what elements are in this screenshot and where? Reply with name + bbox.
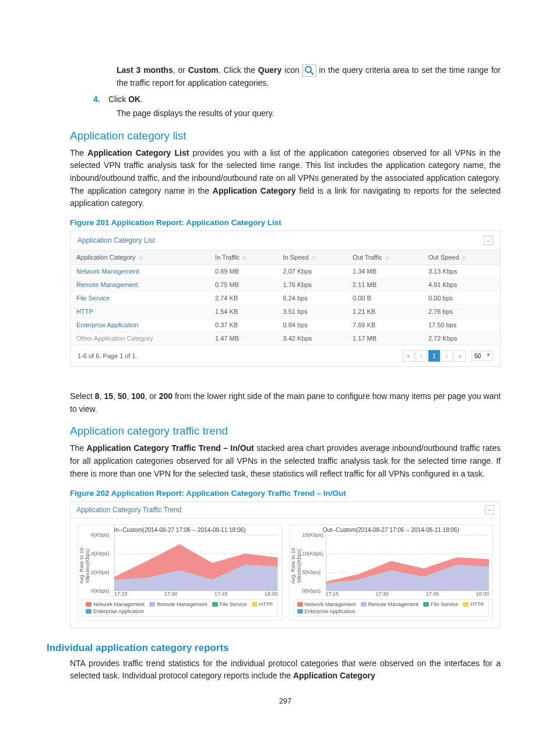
value-cell: 1.21 KB: [347, 305, 423, 318]
category-cell[interactable]: HTTP: [71, 305, 209, 318]
value-cell: 4.91 Kbps: [423, 278, 500, 292]
value-cell: 17.50 bps: [423, 318, 500, 332]
step-4-sub: The page displays the results of your qu…: [117, 107, 501, 120]
value-cell: 6.24 bps: [277, 292, 347, 305]
x-tick: 17:30: [164, 591, 178, 597]
legend-item: Remote Management: [149, 601, 207, 607]
x-tick: 17:15: [114, 591, 128, 597]
intro-line: Last 3 months, or Custom. Click the Quer…: [117, 64, 501, 90]
legend-out: Network ManagementRemote ManagementFile …: [293, 599, 490, 617]
y-tick: 2(Kbps): [91, 569, 110, 575]
value-cell: 0.84 bps: [277, 318, 347, 332]
heading-traffic-trend: Application category traffic trend: [70, 425, 501, 438]
table-row: Enterprise Application0.37 KB0.84 bps7.6…: [71, 318, 500, 332]
pager-current[interactable]: 1: [428, 350, 440, 362]
column-header[interactable]: Out Speed ◇: [423, 250, 500, 265]
legend-item: HTTP: [463, 601, 484, 607]
category-cell[interactable]: File Service: [71, 292, 209, 305]
collapse-button[interactable]: –: [485, 505, 494, 514]
legend-swatch: [86, 609, 92, 614]
legend-swatch: [423, 602, 429, 607]
page-number: 297: [70, 696, 501, 705]
legend-item: File Service: [212, 601, 247, 607]
x-tick: 18:00: [476, 591, 489, 597]
panel-title-trend: Application Category Traffic Trend: [76, 506, 182, 514]
step-number: 4.: [93, 94, 108, 104]
heading-app-category-list: Application category list: [70, 130, 501, 142]
legend-swatch: [252, 602, 258, 607]
pager-summary: 1-6 of 6. Page 1 of 1.: [78, 352, 138, 359]
figure-202-panel: Application Category Traffic Trend – In-…: [70, 501, 501, 628]
pager-last[interactable]: »: [454, 350, 466, 362]
query-icon: [302, 64, 316, 77]
page-size-select[interactable]: 81550100200: [471, 351, 493, 361]
legend-swatch: [86, 602, 92, 607]
value-cell: 1.76 Kbps: [277, 278, 347, 292]
chart-out: Out--Custom(2014-08-27 17:06 -- 2014-08-…: [289, 524, 494, 621]
table-row: File Service2.74 KB6.24 bps0.00 B0.00 bp…: [71, 292, 500, 305]
figure-201-panel: Application Category List – Application …: [70, 230, 501, 367]
value-cell: 1.17 MB: [347, 332, 423, 345]
column-header[interactable]: In Traffic ◇: [209, 250, 277, 265]
figure-201-caption: Figure 201 Application Report: Applicati…: [70, 218, 501, 227]
legend-swatch: [212, 602, 218, 607]
legend-item: Network Management: [297, 601, 356, 607]
pager-next[interactable]: ›: [441, 350, 453, 362]
legend-swatch: [463, 602, 469, 607]
pager-first[interactable]: «: [403, 350, 414, 362]
value-cell: 0.37 KB: [209, 318, 277, 332]
collapse-button[interactable]: –: [484, 236, 493, 245]
pager-controls: « ‹ 1 › » 81550100200: [403, 350, 493, 362]
panel-title: Application Category List: [78, 236, 155, 244]
table-row: HTTP1.54 KB3.51 bps1.21 KB2.76 bps: [71, 305, 500, 318]
value-cell: 1.54 KB: [209, 305, 277, 318]
value-cell: 2.72 Kbps: [423, 332, 500, 345]
text-query: Query: [258, 65, 281, 75]
sec3-para: NTA provides traffic trend statistics fo…: [70, 657, 501, 682]
x-tick: 17:30: [375, 591, 389, 597]
column-header[interactable]: Out Traffic ◇: [347, 250, 423, 265]
legend-item: File Service: [423, 601, 458, 607]
table-row: Network Management0.89 MB2.07 Kbps1.34 M…: [71, 265, 500, 278]
step-4: 4. Click OK.: [93, 94, 501, 104]
legend-item: Network Management: [86, 601, 145, 607]
legend-item: Remote Management: [361, 601, 419, 607]
value-cell: 0.89 MB: [209, 265, 277, 278]
legend-item: HTTP: [252, 601, 273, 607]
legend-swatch: [297, 602, 303, 607]
y-tick: 15(Kbps): [302, 532, 324, 538]
value-cell: 1.34 MB: [347, 265, 423, 278]
value-cell: 7.69 KB: [347, 318, 423, 332]
legend-swatch: [149, 602, 155, 607]
y-tick: 10(Kbps): [302, 551, 324, 556]
x-tick: 17:15: [326, 591, 339, 597]
svg-line-1: [311, 72, 314, 75]
y-tick: 4(Kbps): [91, 551, 110, 556]
pager-prev[interactable]: ‹: [416, 350, 427, 362]
y-tick: 0(Kbps): [302, 588, 321, 594]
column-header[interactable]: Application Category ◇: [71, 250, 209, 265]
value-cell: 2.11 MB: [347, 278, 423, 292]
value-cell: 1.47 MB: [209, 332, 277, 345]
value-cell: 0.00 bps: [423, 292, 500, 305]
category-cell: Other Application Category: [71, 332, 209, 345]
value-cell: 3.42 Kbps: [277, 332, 347, 345]
column-header[interactable]: In Speed ◇: [277, 250, 347, 265]
category-cell[interactable]: Network Management: [71, 265, 209, 278]
value-cell: 3.51 bps: [277, 305, 347, 318]
y-axis-label: Avg. Rate In 10 Minutes(Kbps): [78, 534, 91, 598]
category-cell[interactable]: Remote Management: [71, 278, 209, 292]
table-row: Other Application Category1.47 MB3.42 Kb…: [71, 332, 500, 345]
value-cell: 0.75 MB: [209, 278, 277, 292]
legend-in: Network ManagementRemote ManagementFile …: [82, 599, 278, 617]
x-tick: 17:45: [425, 591, 439, 597]
after-table-para: Select 8, 15, 50, 100, or 200 from the l…: [70, 390, 501, 415]
y-tick: 6(Kbps): [91, 532, 110, 538]
text-last3months: Last 3 months: [117, 65, 173, 75]
category-cell[interactable]: Enterprise Application: [71, 318, 209, 332]
value-cell: 2.07 Kbps: [277, 265, 347, 278]
legend-swatch: [361, 602, 367, 607]
table-row: Remote Management0.75 MB1.76 Kbps2.11 MB…: [71, 278, 500, 292]
sec1-para: The Application Category List provides y…: [70, 147, 501, 210]
text-ok: OK: [128, 94, 140, 104]
